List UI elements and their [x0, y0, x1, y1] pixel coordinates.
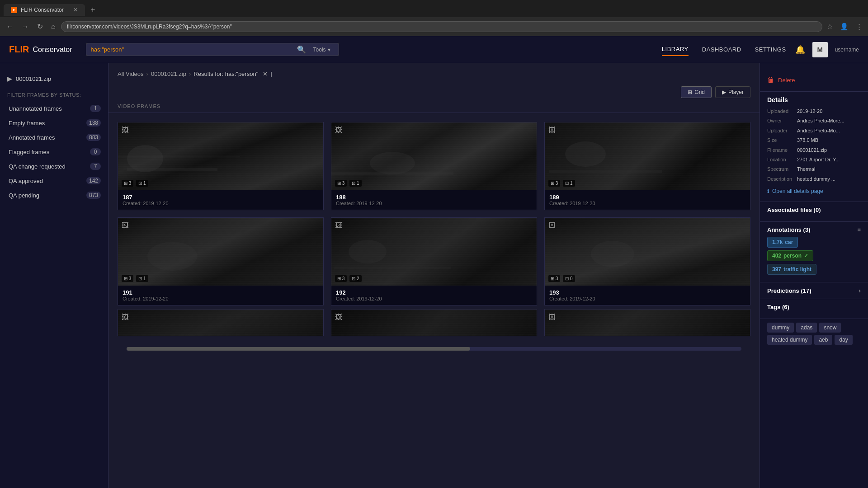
tab-close-button[interactable]: ✕	[73, 7, 78, 13]
detail-description: Description heated dummy ...	[767, 176, 861, 183]
tag-aeb[interactable]: aeb	[814, 335, 832, 345]
svg-point-10	[591, 241, 634, 267]
tools-button[interactable]: Tools ▾	[310, 47, 334, 53]
frame-card-partial-2[interactable]: 🖼	[331, 309, 537, 336]
toolbar-icons: ☆ 👤 ⋮	[825, 22, 864, 32]
notifications-bell-icon[interactable]: 🔔	[795, 45, 805, 55]
avatar[interactable]: M	[812, 42, 828, 57]
breadcrumb-sep2: ›	[189, 70, 191, 77]
frame-card-partial-1[interactable]: 🖼	[118, 309, 324, 336]
annotation-tag-person[interactable]: 402 person ✓	[767, 250, 813, 261]
new-tab-button[interactable]: +	[87, 5, 99, 15]
frame-thumbnail-191: 🖼 ⊞ 3 ⊡ 1	[118, 218, 323, 286]
logo-name: Conservator	[33, 46, 72, 54]
logo-area: FLIR Conservator	[9, 44, 72, 55]
annotation-tag-car[interactable]: 1.7k car	[767, 237, 798, 248]
view-controls: ⊞ Grid ▶ Player	[108, 84, 760, 100]
frame-badges-188: ⊞ 3 ⊡ 1	[335, 180, 362, 187]
frame-card-187[interactable]: 🖼 ⊞ 3 ⊡ 1 187 Created: 2019-12-20	[118, 122, 324, 210]
search-icon[interactable]: 🔍	[297, 45, 306, 54]
annotations-sort-icon[interactable]: ≡	[857, 226, 861, 233]
annotation-person-label: person	[783, 253, 802, 259]
extensions-icon[interactable]: ⋮	[854, 22, 864, 32]
svg-rect-1	[127, 168, 217, 171]
frame-annotation-count-192: ⊞ 3	[335, 275, 347, 282]
open-details-button[interactable]: ℹ Open all details page	[767, 185, 861, 197]
nav-dashboard[interactable]: DASHBOARD	[702, 43, 741, 56]
svg-rect-4	[331, 172, 453, 175]
annotation-person-check-icon: ✓	[804, 253, 808, 259]
frame-card-188[interactable]: 🖼 ⊞ 3 ⊡ 1 188 Created: 2019-12-20	[331, 122, 537, 210]
reload-button[interactable]: ↻	[34, 21, 46, 32]
tag-dummy[interactable]: dummy	[767, 323, 794, 333]
breadcrumb-results: Results for: has:"person"	[193, 70, 258, 77]
detail-filename: Filename 00001021.zip	[767, 147, 861, 154]
frame-image-icon-188: 🖼	[335, 126, 342, 134]
predictions-chevron-icon[interactable]: ›	[859, 287, 861, 294]
detail-size: Size 378.0 MB	[767, 137, 861, 144]
browser-tab-active[interactable]: F FLIR Conservator ✕	[4, 4, 85, 16]
frame-card-189[interactable]: 🖼 ⊞ 3 ⊡ 1 189 Created: 2019-12-20	[544, 122, 750, 210]
filter-annotated[interactable]: Annotated frames 883	[0, 130, 108, 145]
annotation-person-count: 402	[772, 253, 781, 259]
breadcrumb-sep1: ›	[146, 70, 148, 77]
nav-library[interactable]: LIBRARY	[662, 43, 689, 56]
browser-tabs: F FLIR Conservator ✕ +	[0, 0, 868, 17]
breadcrumb-all-videos[interactable]: All Videos	[118, 70, 144, 77]
filter-unannotated[interactable]: Unannotated frames 1	[0, 101, 108, 116]
frame-selection-count-191: ⊡ 1	[136, 275, 148, 282]
frames-grid-row3: 🖼 🖼 🖼	[108, 309, 760, 343]
tags-container: dummy adas snow heated dummy aeb day	[760, 319, 868, 348]
forward-button[interactable]: →	[19, 22, 32, 32]
frame-info-189: 189 Created: 2019-12-20	[545, 190, 750, 210]
header-icons: 🔔 M username	[795, 42, 859, 57]
horizontal-scrollbar[interactable]	[127, 347, 741, 351]
filter-label: Filter frames by status:	[0, 87, 108, 101]
frame-selection-count-188: ⊡ 1	[349, 180, 361, 187]
breadcrumb-clear-button[interactable]: ✕	[263, 70, 268, 77]
filter-flagged[interactable]: Flagged frames 0	[0, 145, 108, 159]
tag-snow[interactable]: snow	[819, 323, 841, 333]
nav-settings[interactable]: SETTINGS	[755, 43, 786, 56]
filter-qa-approved[interactable]: QA approved 142	[0, 174, 108, 188]
bookmark-star-icon[interactable]: ☆	[825, 22, 835, 32]
home-button[interactable]: ⌂	[48, 22, 58, 32]
detail-uploader: Uploader Andres Prieto-Mo...	[767, 127, 861, 134]
frame-card-191[interactable]: 🖼 ⊞ 3 ⊡ 1 191 Created: 2019-12-20	[118, 217, 324, 305]
annotation-traffic-label: traffic light	[783, 266, 811, 272]
frame-annotation-count-187: ⊞ 3	[122, 180, 133, 187]
predictions-title: Predictions (17)	[767, 287, 811, 294]
frame-date-188: Created: 2019-12-20	[336, 201, 532, 206]
scroll-thumb[interactable]	[127, 347, 470, 351]
frame-thumbnail-187: 🖼 ⊞ 3 ⊡ 1	[118, 122, 323, 190]
tags-section: Tags (6)	[760, 299, 868, 319]
player-view-button[interactable]: ▶ Player	[715, 86, 750, 98]
grid-view-button[interactable]: ⊞ Grid	[681, 86, 712, 98]
username-display: username	[835, 47, 859, 53]
breadcrumb-file[interactable]: 00001021.zip	[151, 70, 186, 77]
profile-icon[interactable]: 👤	[838, 22, 850, 32]
annotation-tag-traffic[interactable]: 397 traffic light	[767, 264, 816, 275]
annotation-car-label: car	[785, 239, 793, 245]
delete-button[interactable]: 🗑 Delete	[767, 73, 861, 87]
frame-image-icon-193: 🖼	[548, 221, 556, 230]
frame-thumbnail-189: 🖼 ⊞ 3 ⊡ 1	[545, 122, 750, 190]
filter-qa-change[interactable]: QA change requested 7	[0, 159, 108, 174]
tag-adas[interactable]: adas	[796, 323, 817, 333]
back-button[interactable]: ←	[4, 22, 16, 32]
address-bar[interactable]	[61, 21, 822, 32]
tab-title: FLIR Conservator	[21, 7, 64, 13]
filter-qa-pending[interactable]: QA pending 873	[0, 188, 108, 202]
sidebar-file[interactable]: ▶ 00001021.zip	[0, 70, 108, 87]
main-content: ▶ 00001021.zip Filter frames by status: …	[0, 63, 868, 488]
filter-empty[interactable]: Empty frames 138	[0, 116, 108, 130]
search-input[interactable]	[91, 46, 293, 53]
sidebar-filename: 00001021.zip	[16, 75, 51, 82]
tag-heated-dummy[interactable]: heated dummy	[767, 335, 812, 345]
annotations-section: Annotations (3) ≡ 1.7k car 402 person ✓ …	[760, 222, 868, 282]
frame-card-192[interactable]: 🖼 ⊞ 3 ⊡ 2 192 Created: 2019-12-20	[331, 217, 537, 305]
frame-card-partial-3[interactable]: 🖼	[544, 309, 750, 336]
tag-day[interactable]: day	[835, 335, 852, 345]
frame-thumbnail-193: 🖼 ⊞ 3 ⊡ 0	[545, 218, 750, 286]
frame-card-193[interactable]: 🖼 ⊞ 3 ⊡ 0 193 Created: 2019-12-20	[544, 217, 750, 305]
